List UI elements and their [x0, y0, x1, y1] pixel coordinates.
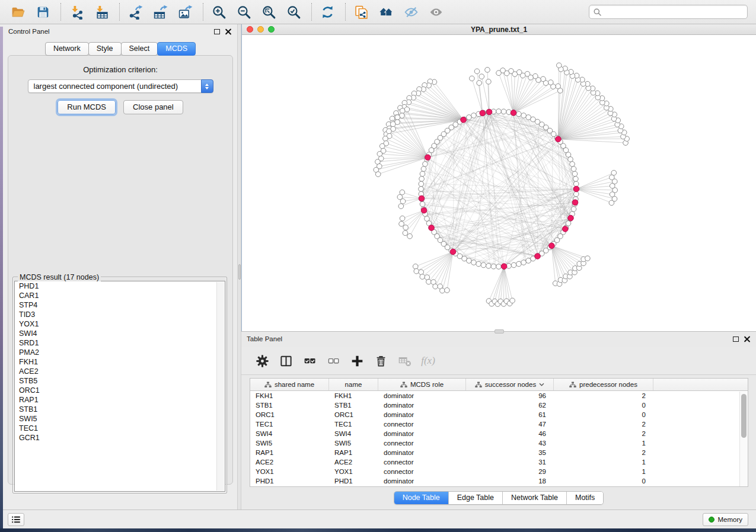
mcds-result-list[interactable]: PHD1CAR1STP4TID3YOX1SWI4SRD1PMA2FKH1ACE2… — [14, 281, 225, 492]
column-label: MCDS role — [410, 381, 444, 388]
import-table-button[interactable] — [92, 2, 111, 21]
network-graph[interactable] — [242, 35, 756, 331]
create-column-button[interactable] — [347, 351, 367, 370]
save-session-button[interactable] — [33, 2, 52, 21]
table-row[interactable]: YOX1YOX1connector291 — [250, 467, 748, 476]
table-row[interactable]: TEC1TEC1connector472 — [250, 419, 748, 429]
table-row[interactable]: SWI5SWI5connector431 — [250, 438, 748, 448]
close-panel-icon[interactable] — [225, 28, 231, 34]
table-options-button[interactable] — [252, 351, 272, 370]
close-table-panel-icon[interactable] — [744, 336, 750, 342]
criterion-select[interactable]: largest connected component (undirected) — [28, 79, 213, 93]
column-header-shared-name[interactable]: shared name — [250, 379, 329, 390]
search-input[interactable] — [604, 8, 743, 16]
zoom-in-button[interactable] — [209, 2, 228, 21]
cell-MCDS-role: dominator — [378, 449, 466, 456]
open-file-button[interactable] — [8, 2, 27, 21]
mcds-result-item[interactable]: YOX1 — [15, 319, 225, 329]
mcds-result-item[interactable]: RAP1 — [15, 395, 225, 405]
duplicate-network-icon — [354, 5, 369, 20]
mcds-result-item[interactable]: CAR1 — [15, 291, 225, 300]
tab-edge-table[interactable]: Edge Table — [449, 492, 503, 504]
tab-node-table[interactable]: Node Table — [394, 492, 449, 504]
open-file-icon — [11, 5, 25, 20]
search-field[interactable] — [589, 5, 748, 19]
table-row[interactable]: ACE2ACE2connector311 — [250, 457, 748, 467]
tab-network-table[interactable]: Network Table — [503, 492, 567, 504]
import-table-icon — [94, 5, 109, 20]
desktop-wallpaper-bottom — [0, 528, 756, 532]
tab-network[interactable]: Network — [45, 42, 89, 56]
mcds-result-item[interactable]: SWI4 — [15, 329, 225, 338]
run-mcds-button[interactable]: Run MCDS — [58, 100, 116, 114]
close-panel-button[interactable]: Close panel — [123, 100, 183, 114]
table-scrollbar-thumb[interactable] — [741, 394, 747, 438]
zoom-out-icon — [237, 5, 251, 20]
deselect-all-button[interactable] — [323, 351, 343, 370]
tab-motifs[interactable]: Motifs — [567, 492, 603, 504]
table-row[interactable]: SWI4SWI4dominator462 — [250, 429, 748, 438]
mcds-result-item[interactable]: TEC1 — [15, 424, 225, 433]
table-row[interactable]: FKH1FKH1dominator962 — [250, 391, 748, 400]
table-body: FKH1FKH1dominator962STB1STB1dominator620… — [250, 391, 748, 486]
mcds-result-item[interactable]: STB5 — [15, 376, 225, 386]
export-table-icon — [153, 5, 168, 20]
mcds-result-item[interactable]: FKH1 — [15, 357, 225, 367]
cell-name: YOX1 — [329, 468, 378, 475]
network-canvas[interactable] — [242, 35, 756, 331]
float-panel-icon[interactable] — [214, 29, 220, 34]
cell-name: RAP1 — [329, 449, 378, 456]
duplicate-network-button[interactable] — [352, 2, 371, 21]
mcds-result-item[interactable]: ACE2 — [15, 367, 225, 376]
column-header-MCDS-role[interactable]: MCDS role — [378, 379, 466, 390]
show-all-button[interactable] — [426, 2, 445, 21]
tab-mcds[interactable]: MCDS — [157, 42, 196, 56]
float-table-panel-icon[interactable] — [733, 336, 739, 342]
table-row[interactable]: RAP1RAP1dominator352 — [250, 448, 748, 457]
import-network-button[interactable] — [67, 2, 86, 21]
mcds-result-item[interactable]: SWI5 — [15, 414, 225, 424]
column-chooser-button[interactable] — [276, 351, 296, 370]
first-neighbors-button[interactable] — [377, 2, 395, 21]
table-row[interactable]: ORC1ORC1dominator610 — [250, 410, 748, 419]
mcds-result-item[interactable]: GCR1 — [15, 433, 225, 443]
mcds-list-scrollbar[interactable] — [216, 282, 224, 491]
zoom-out-button[interactable] — [234, 2, 253, 21]
table-row[interactable]: STB1STB1dominator620 — [250, 400, 748, 410]
column-header-name[interactable]: name — [329, 379, 378, 390]
export-table-button[interactable] — [151, 2, 170, 21]
cell-shared-name: YOX1 — [250, 468, 329, 475]
zoom-selected-button[interactable] — [284, 2, 303, 21]
mcds-result-item[interactable]: ORC1 — [15, 386, 225, 395]
desktop-wallpaper-left — [0, 27, 3, 532]
vertical-splitter[interactable] — [237, 24, 241, 509]
mcds-result-item[interactable]: SRD1 — [15, 338, 225, 348]
cell-successor-nodes: 31 — [466, 459, 554, 466]
tab-select[interactable]: Select — [121, 42, 158, 56]
refresh-view-button[interactable] — [318, 2, 337, 21]
mcds-result-item[interactable]: PHD1 — [15, 281, 225, 291]
export-image-button[interactable] — [176, 2, 194, 21]
column-header-predecessor-nodes[interactable]: predecessor nodes — [554, 379, 653, 390]
task-history-button[interactable] — [8, 513, 24, 526]
column-label: name — [345, 381, 362, 388]
select-all-button[interactable] — [299, 351, 320, 370]
column-header-successor-nodes[interactable]: successor nodes — [466, 379, 554, 390]
horizontal-splitter-handle[interactable] — [495, 329, 504, 334]
table-scrollbar[interactable] — [739, 392, 748, 486]
hide-selected-button[interactable] — [401, 2, 420, 21]
export-network-button[interactable] — [126, 2, 145, 21]
tab-style[interactable]: Style — [88, 42, 122, 56]
cell-MCDS-role: dominator — [378, 392, 466, 399]
memory-button[interactable]: Memory — [703, 513, 748, 526]
delete-columns-button[interactable] — [371, 351, 391, 370]
mcds-result-item[interactable]: TID3 — [15, 310, 225, 319]
mcds-result-item[interactable]: STB1 — [15, 405, 225, 414]
show-all-icon — [429, 5, 444, 20]
zoom-fit-button[interactable] — [259, 2, 278, 21]
cell-predecessor-nodes: 1 — [554, 468, 653, 475]
table-row[interactable]: PHD1PHD1dominator180 — [250, 476, 748, 486]
mcds-result-item[interactable]: STP4 — [15, 300, 225, 310]
splitter-handle[interactable] — [238, 264, 241, 280]
mcds-result-item[interactable]: PMA2 — [15, 348, 225, 357]
